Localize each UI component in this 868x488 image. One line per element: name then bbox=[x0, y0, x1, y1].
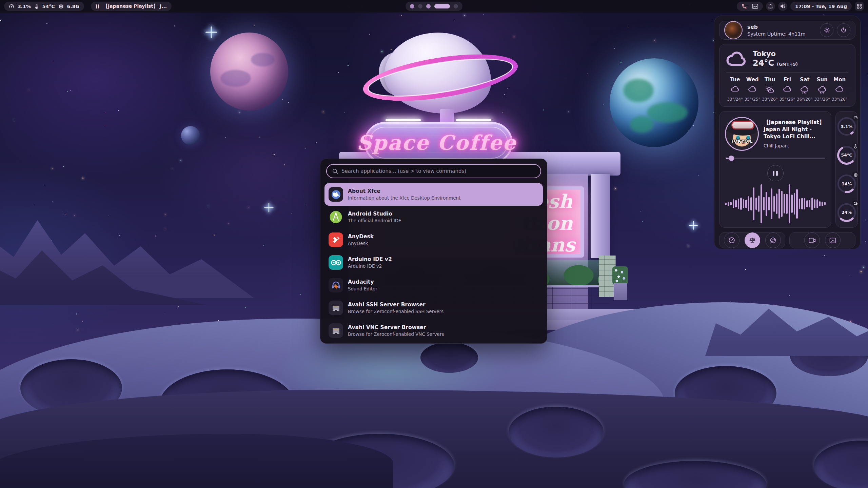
settings-button[interactable] bbox=[820, 23, 833, 37]
balanced-mode-button[interactable] bbox=[745, 232, 760, 248]
pause-icon bbox=[96, 4, 100, 9]
rain-icon bbox=[817, 85, 827, 94]
waveform-bar bbox=[824, 202, 826, 205]
forecast-day: Thu 33°/26° bbox=[761, 77, 778, 102]
star bbox=[603, 104, 604, 105]
star bbox=[693, 125, 694, 126]
star bbox=[543, 109, 544, 110]
forecast-day: Fri 35°/26° bbox=[778, 77, 796, 102]
star bbox=[823, 15, 824, 15]
android-studio-icon bbox=[329, 210, 343, 224]
forecast-day: Sun 33°/26° bbox=[813, 77, 831, 102]
app-row-android-studio[interactable]: Android Studio The official Android IDE bbox=[324, 206, 543, 228]
screen-record-button[interactable] bbox=[804, 232, 820, 248]
sign-text: Space Coffee bbox=[357, 131, 517, 155]
waveform-bar bbox=[728, 202, 729, 206]
star bbox=[76, 313, 77, 314]
widgets-button[interactable] bbox=[855, 2, 864, 11]
waveform-bar bbox=[809, 200, 811, 207]
waveform-bar bbox=[773, 196, 775, 212]
app-row-about-xfce[interactable]: About Xfce Information about the Xfce De… bbox=[324, 183, 543, 206]
star bbox=[568, 111, 569, 112]
waveform-bar bbox=[750, 197, 752, 210]
search-icon bbox=[332, 168, 338, 174]
image-tray-icon[interactable] bbox=[752, 4, 758, 9]
workspace-dot-2[interactable] bbox=[418, 4, 422, 8]
sidebar-panel: seb System Uptime: 4h11m bbox=[714, 16, 861, 249]
waveform-bar bbox=[735, 200, 737, 207]
slider-knob[interactable] bbox=[729, 156, 734, 161]
media-progress-slider[interactable] bbox=[726, 156, 825, 161]
workspace-dot-4[interactable] bbox=[434, 4, 450, 8]
star bbox=[207, 57, 207, 58]
app-row-anydesk[interactable]: AnyDesk AnyDesk bbox=[324, 228, 543, 251]
star bbox=[865, 241, 866, 242]
star bbox=[282, 99, 283, 100]
speedometer-icon bbox=[9, 4, 14, 9]
star bbox=[323, 111, 323, 112]
star bbox=[180, 160, 181, 161]
waveform-bar bbox=[763, 197, 765, 210]
star bbox=[789, 295, 790, 296]
star bbox=[263, 245, 264, 246]
topbar-media-title: 【Japanese Playlist】 J... bbox=[103, 3, 167, 9]
volume-button[interactable] bbox=[778, 2, 787, 11]
forecast-day: Mon 33°/26° bbox=[831, 77, 848, 102]
notifications-button[interactable] bbox=[766, 2, 775, 11]
search-box[interactable] bbox=[326, 164, 541, 178]
system-stats-pill[interactable]: 3.1% 54°C 6.8G bbox=[4, 2, 84, 11]
star bbox=[178, 306, 179, 307]
star bbox=[239, 112, 240, 113]
star bbox=[77, 330, 78, 330]
workspace-dot-5[interactable] bbox=[454, 4, 458, 8]
waveform-bar bbox=[743, 199, 745, 208]
app-row-arduino[interactable]: Arduino IDE v2 Arduino IDE v2 bbox=[324, 251, 543, 274]
cloudy-icon bbox=[782, 85, 792, 94]
performance-mode-button[interactable] bbox=[724, 232, 739, 248]
power-icon bbox=[841, 27, 847, 33]
star bbox=[35, 205, 35, 205]
tray-phone-icon[interactable] bbox=[742, 3, 747, 9]
app-list: About Xfce Information about the Xfce De… bbox=[324, 183, 543, 342]
topbar-media-pill[interactable]: 【Japanese Playlist】 J... bbox=[91, 2, 172, 11]
screenshot-button[interactable] bbox=[825, 232, 841, 248]
search-input[interactable] bbox=[341, 168, 535, 174]
star bbox=[214, 235, 215, 236]
star bbox=[208, 206, 208, 206]
app-row-avahi-vnc[interactable]: Avahi VNC Server Browser Browse for Zero… bbox=[324, 319, 543, 342]
flower-bush bbox=[612, 266, 628, 285]
avatar bbox=[724, 21, 743, 39]
star bbox=[745, 269, 746, 270]
cpu-gauge: 3.1% bbox=[836, 116, 857, 137]
thermometer-icon bbox=[853, 144, 857, 149]
network-port-icon bbox=[329, 323, 343, 338]
clock-pill[interactable]: 17:09 - Tue, 19 Aug bbox=[790, 2, 852, 11]
waveform-bar bbox=[771, 188, 772, 219]
star bbox=[165, 214, 165, 215]
waveform-bar bbox=[816, 199, 818, 208]
star bbox=[455, 19, 455, 19]
rain-icon bbox=[800, 85, 810, 94]
earth-planet bbox=[610, 58, 698, 147]
thermometer-icon bbox=[34, 4, 39, 9]
star bbox=[614, 48, 615, 49]
leaf-icon bbox=[770, 237, 776, 244]
pause-button[interactable] bbox=[767, 165, 784, 181]
waveform-bar bbox=[786, 194, 788, 214]
star bbox=[46, 23, 47, 24]
star bbox=[698, 175, 699, 176]
workspace-dot-3[interactable] bbox=[426, 4, 431, 8]
star bbox=[63, 166, 64, 167]
waveform-bar bbox=[814, 199, 816, 208]
eco-mode-button[interactable] bbox=[765, 232, 781, 248]
star bbox=[174, 25, 175, 26]
star bbox=[105, 113, 105, 113]
power-button[interactable] bbox=[837, 23, 850, 37]
workspace-dot-1[interactable] bbox=[410, 4, 414, 8]
waveform-bar bbox=[796, 189, 798, 219]
app-row-avahi-ssh[interactable]: Avahi SSH Server Browser Browse for Zero… bbox=[324, 297, 543, 319]
star bbox=[82, 178, 83, 179]
cloudy-icon bbox=[834, 85, 845, 94]
weather-temp: 24°C bbox=[753, 58, 774, 68]
app-row-audacity[interactable]: Audacity Sound Editor bbox=[324, 274, 543, 297]
